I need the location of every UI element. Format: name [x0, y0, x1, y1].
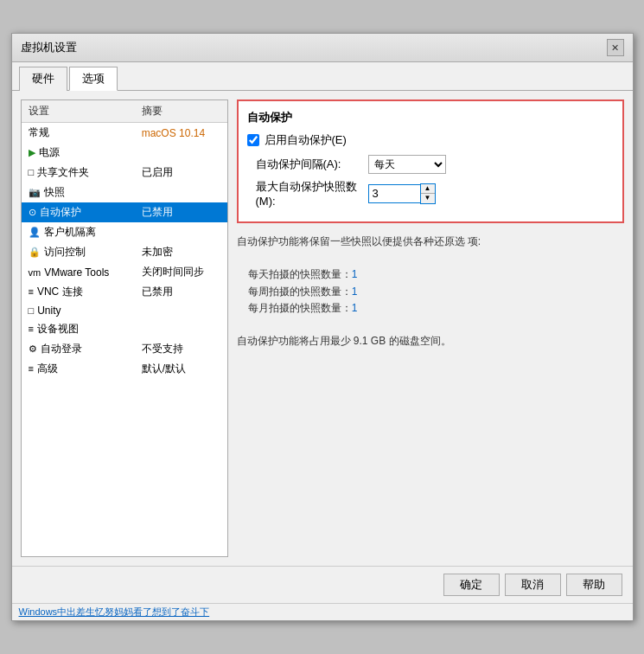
setting-name: 常规: [29, 126, 49, 138]
section-title: 自动保护: [247, 110, 614, 125]
interval-label: 自动保护间隔(A):: [256, 157, 368, 172]
description-block: 自动保护功能将保留一些快照以便提供各种还原选 项: 每天拍摄的快照数量：1 每周…: [237, 234, 624, 349]
table-row[interactable]: vmVMware Tools关闭时间同步: [22, 262, 227, 282]
tab-options[interactable]: 选项: [69, 67, 118, 91]
table-row[interactable]: 📷快照: [22, 183, 227, 202]
setting-summary: 不受支持: [135, 339, 227, 359]
max-snapshots-control: ▲ ▼: [368, 183, 436, 204]
right-panel: 自动保护 启用自动保护(E) 自动保护间隔(A): 每天 每小时 每30分钟: [237, 99, 624, 557]
setting-summary: 已禁用: [135, 202, 227, 222]
col-header-summary: 摘要: [135, 100, 227, 123]
setting-name-cell: 🔒访问控制: [22, 242, 135, 262]
row-icon: 🔒: [29, 247, 41, 257]
setting-name-cell: 👤客户机隔离: [22, 222, 135, 242]
setting-name-cell: ⚙自动登录: [22, 339, 135, 359]
enable-checkbox-row: 启用自动保护(E): [247, 132, 614, 148]
setting-summary: 未加密: [135, 242, 227, 262]
content-area: 设置 摘要 常规macOS 10.14▶电源□共享文件夹已启用📷快照⊙自动保护已…: [12, 91, 633, 566]
spinner-up-button[interactable]: ▲: [421, 184, 435, 194]
enable-label[interactable]: 启用自动保护(E): [265, 132, 347, 148]
setting-name-cell: 常规: [22, 123, 135, 144]
status-bar[interactable]: Windows中出差生忆努妈妈看了想到了奋斗下: [12, 603, 633, 620]
confirm-button[interactable]: 确定: [443, 574, 500, 596]
setting-name: Unity: [37, 305, 61, 317]
table-row[interactable]: ⚙自动登录不受支持: [22, 339, 227, 359]
table-row[interactable]: □Unity: [22, 302, 227, 319]
cancel-button[interactable]: 取消: [505, 574, 561, 596]
tab-hardware[interactable]: 硬件: [19, 67, 67, 91]
setting-name-cell: □共享文件夹: [22, 163, 135, 183]
table-row[interactable]: ≡高级默认/默认: [22, 359, 227, 379]
dialog-title: 虚拟机设置: [21, 40, 77, 55]
setting-name: 共享文件夹: [37, 166, 89, 178]
desc-line2: 项:: [468, 235, 481, 247]
help-button[interactable]: 帮助: [566, 574, 622, 596]
footer-bar: 确定 取消 帮助: [12, 566, 633, 603]
setting-summary: [135, 183, 227, 202]
setting-name-cell: □Unity: [22, 302, 135, 319]
setting-name: 自动保护: [40, 206, 81, 218]
setting-name-cell: ⊙自动保护: [22, 202, 135, 222]
setting-name: 客户机隔离: [44, 226, 96, 238]
setting-summary: [135, 302, 227, 319]
tab-bar: 硬件 选项: [12, 62, 633, 91]
title-bar: 虚拟机设置 ✕: [12, 34, 633, 62]
row-icon: ▶: [29, 147, 35, 157]
stat2-label: 每周拍摄的快照数量：: [248, 285, 352, 298]
setting-summary: 已启用: [135, 163, 227, 183]
stat3-value: 1: [352, 302, 358, 314]
setting-name: 高级: [37, 362, 58, 375]
setting-name-cell: 📷快照: [22, 183, 135, 202]
stat2-value: 1: [352, 285, 358, 298]
setting-name: 自动登录: [41, 343, 82, 355]
row-icon: 📷: [29, 187, 41, 197]
setting-name-cell: ≡高级: [22, 359, 135, 379]
row-icon: ⊙: [29, 207, 36, 217]
desc-line1: 自动保护功能将保留一些快照以便提供各种还原选: [237, 235, 465, 247]
setting-summary: [135, 319, 227, 339]
interval-row: 自动保护间隔(A): 每天 每小时 每30分钟: [247, 155, 614, 174]
max-snapshots-input[interactable]: [368, 184, 420, 203]
setting-name-cell: ▶电源: [22, 143, 135, 163]
spinner-buttons: ▲ ▼: [420, 183, 436, 204]
setting-name-cell: vmVMware Tools: [22, 262, 135, 282]
table-row[interactable]: □共享文件夹已启用: [22, 163, 227, 183]
setting-name: 电源: [39, 146, 60, 158]
setting-summary: 已禁用: [135, 282, 227, 302]
row-icon: □: [29, 305, 35, 316]
close-button[interactable]: ✕: [607, 39, 624, 56]
auto-protect-section: 自动保护 启用自动保护(E) 自动保护间隔(A): 每天 每小时 每30分钟: [237, 99, 624, 223]
stat1-value: 1: [352, 268, 358, 280]
setting-summary: 默认/默认: [135, 359, 227, 379]
table-row[interactable]: ≡设备视图: [22, 319, 227, 339]
col-header-setting: 设置: [22, 100, 135, 123]
stat3-label: 每月拍摄的快照数量：: [248, 302, 352, 314]
row-icon: ≡: [29, 363, 34, 374]
row-icon: vm: [29, 267, 41, 278]
stat1-label: 每天拍摄的快照数量：: [248, 268, 352, 280]
interval-select[interactable]: 每天 每小时 每30分钟: [368, 155, 446, 174]
row-icon: ≡: [29, 286, 34, 297]
setting-name-cell: ≡VNC 连接: [22, 282, 135, 302]
table-row[interactable]: ▶电源: [22, 143, 227, 163]
left-panel: 设置 摘要 常规macOS 10.14▶电源□共享文件夹已启用📷快照⊙自动保护已…: [21, 99, 228, 557]
setting-name: 设备视图: [37, 323, 79, 335]
interval-control: 每天 每小时 每30分钟: [368, 155, 446, 174]
table-row[interactable]: 常规macOS 10.14: [22, 123, 227, 144]
table-row[interactable]: ⊙自动保护已禁用: [22, 202, 227, 222]
enable-checkbox[interactable]: [247, 134, 259, 146]
max-snapshots-row: 最大自动保护快照数(M): ▲ ▼: [247, 179, 614, 208]
setting-summary: macOS 10.14: [135, 123, 227, 144]
footer-disk-text: 自动保护功能将占用最少 9.1 GB 的磁盘空间。: [237, 335, 451, 347]
row-icon: ≡: [29, 324, 34, 334]
setting-name: 快照: [44, 186, 65, 198]
table-row[interactable]: ≡VNC 连接已禁用: [22, 282, 227, 302]
spinner-down-button[interactable]: ▼: [421, 194, 435, 203]
dialog-window: 虚拟机设置 ✕ 硬件 选项 设置 摘要 常规macOS 10.14▶电源□共享文…: [11, 33, 634, 621]
setting-summary: 关闭时间同步: [135, 262, 227, 282]
table-row[interactable]: 👤客户机隔离: [22, 222, 227, 242]
setting-name-cell: ≡设备视图: [22, 319, 135, 339]
row-icon: □: [29, 167, 35, 177]
table-row[interactable]: 🔒访问控制未加密: [22, 242, 227, 262]
setting-summary: [135, 222, 227, 242]
